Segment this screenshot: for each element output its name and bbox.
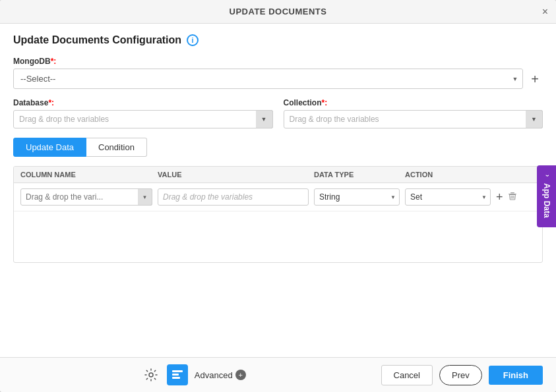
value-input[interactable] bbox=[158, 188, 309, 206]
table-row: ▼ String Number bbox=[14, 183, 542, 211]
modal-title: UPDATE DOCUMENTS bbox=[230, 7, 327, 16]
prev-button[interactable]: Prev bbox=[439, 365, 482, 385]
col-header-name: COLUMN NAME bbox=[20, 171, 152, 179]
col-header-value: VALUE bbox=[158, 171, 309, 179]
cell-datatype: String Number Boolean Array Object bbox=[314, 188, 400, 206]
app-data-tab[interactable]: ‹ App Data bbox=[537, 165, 556, 227]
cell-row-actions: + bbox=[496, 191, 536, 203]
modal-body: Update Documents Configuration i MongoDB… bbox=[0, 24, 556, 357]
tab-condition[interactable]: Condition bbox=[86, 138, 147, 157]
col-header-datatype: DATA TYPE bbox=[314, 171, 400, 179]
close-button[interactable]: × bbox=[542, 7, 548, 17]
cancel-button[interactable]: Cancel bbox=[381, 365, 433, 385]
app-data-chevron-icon: ‹ bbox=[543, 174, 551, 176]
col-header-action: ACTION bbox=[405, 171, 491, 179]
svg-rect-1 bbox=[510, 192, 514, 193]
mongodb-select-wrapper: --Select-- bbox=[13, 69, 523, 89]
cell-action-type: Set Unset Inc Push Pull bbox=[405, 188, 491, 206]
database-group: Database*: ▼ bbox=[13, 98, 273, 128]
collection-group: Collection*: ▼ bbox=[284, 98, 543, 128]
finish-button[interactable]: Finish bbox=[489, 366, 543, 385]
mongodb-add-button[interactable]: + bbox=[527, 71, 543, 87]
table-body: ▼ String Number bbox=[14, 183, 542, 262]
collection-label: Collection*: bbox=[284, 98, 543, 107]
modal: UPDATE DOCUMENTS × Update Documents Conf… bbox=[0, 0, 556, 392]
modal-footer: Advanced + Cancel Prev Finish bbox=[0, 357, 556, 392]
svg-rect-8 bbox=[172, 377, 180, 379]
datatype-select[interactable]: String Number Boolean Array Object bbox=[314, 188, 400, 206]
collection-input-wrapper: ▼ bbox=[284, 110, 543, 128]
tab-update-data[interactable]: Update Data bbox=[13, 138, 86, 157]
row-delete-button[interactable] bbox=[507, 191, 518, 203]
section-title: Update Documents Configuration i bbox=[13, 34, 543, 46]
mongodb-label: MongoDB*: bbox=[13, 57, 543, 66]
tabs: Update Data Condition bbox=[13, 138, 543, 157]
svg-point-5 bbox=[149, 373, 153, 377]
cell-col-name: ▼ bbox=[20, 188, 152, 206]
svg-rect-6 bbox=[172, 370, 183, 372]
table-header: COLUMN NAME VALUE DATA TYPE ACTION bbox=[14, 167, 542, 183]
col-name-arrow[interactable]: ▼ bbox=[138, 188, 152, 206]
database-input-wrapper: ▼ bbox=[13, 110, 273, 128]
mongodb-group: MongoDB*: --Select-- + bbox=[13, 57, 543, 89]
database-dropdown-arrow[interactable]: ▼ bbox=[256, 110, 273, 128]
advanced-label: Advanced + bbox=[195, 370, 246, 380]
modal-header: UPDATE DOCUMENTS × bbox=[0, 0, 556, 24]
collection-input[interactable] bbox=[284, 110, 543, 128]
section-title-text: Update Documents Configuration bbox=[13, 34, 181, 46]
settings-icon[interactable] bbox=[142, 366, 160, 384]
col-name-input[interactable] bbox=[20, 188, 152, 206]
mongodb-input-row: --Select-- + bbox=[13, 69, 543, 89]
database-input[interactable] bbox=[13, 110, 273, 128]
datatype-select-wrapper: String Number Boolean Array Object bbox=[314, 188, 400, 206]
advanced-icon2[interactable] bbox=[167, 364, 188, 385]
advanced-plus-icon[interactable]: + bbox=[235, 370, 246, 380]
svg-rect-7 bbox=[172, 374, 179, 376]
col-header-blank bbox=[496, 171, 536, 179]
mongodb-row: MongoDB*: --Select-- + bbox=[13, 57, 543, 89]
action-select[interactable]: Set Unset Inc Push Pull bbox=[405, 188, 491, 206]
footer-left: Advanced + bbox=[13, 364, 375, 385]
collection-dropdown-arrow[interactable]: ▼ bbox=[526, 110, 543, 128]
db-collection-row: Database*: ▼ Collection*: ▼ bbox=[13, 98, 543, 128]
info-icon[interactable]: i bbox=[187, 34, 199, 46]
data-table: COLUMN NAME VALUE DATA TYPE ACTION ▼ bbox=[13, 166, 543, 263]
action-select-wrapper: Set Unset Inc Push Pull bbox=[405, 188, 491, 206]
modal-overlay: UPDATE DOCUMENTS × Update Documents Conf… bbox=[0, 0, 556, 392]
mongodb-select[interactable]: --Select-- bbox=[13, 69, 523, 89]
cell-value bbox=[158, 188, 309, 206]
row-add-button[interactable]: + bbox=[496, 191, 503, 203]
app-data-label: App Data bbox=[542, 183, 551, 218]
col-name-input-wrapper: ▼ bbox=[20, 188, 152, 206]
database-label: Database*: bbox=[13, 98, 273, 107]
